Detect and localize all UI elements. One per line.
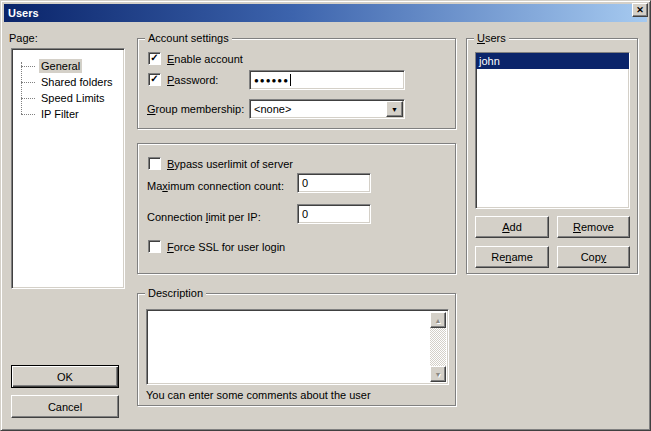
label-part: A bbox=[502, 221, 509, 233]
checkmark-icon: ✓ bbox=[150, 74, 158, 84]
label-part: ame bbox=[511, 251, 532, 263]
label-part: Ma bbox=[147, 180, 162, 192]
dropdown-button[interactable]: ▼ bbox=[386, 101, 403, 117]
label-part: assword: bbox=[174, 74, 218, 86]
scroll-down-button[interactable]: ▼ bbox=[430, 366, 446, 382]
ok-button-label: OK bbox=[57, 371, 73, 383]
label-part: ypass userlimit of server bbox=[174, 158, 293, 170]
label-part: Account settings bbox=[148, 32, 229, 44]
tree-connector-stub bbox=[21, 114, 35, 115]
connection-limit-per-ip-label: Connection limit per IP: bbox=[147, 211, 261, 223]
label-part: Description bbox=[148, 287, 203, 299]
description-hint: You can enter some comments about the us… bbox=[146, 389, 371, 401]
bypass-userlimit-checkbox[interactable] bbox=[148, 157, 161, 170]
label-part: U bbox=[477, 32, 485, 44]
group-membership-select[interactable]: <none> ▼ bbox=[249, 99, 405, 119]
tree-item-general[interactable]: General bbox=[12, 58, 124, 74]
label-part: nable account bbox=[174, 53, 243, 65]
tree-item-label: Shared folders bbox=[39, 75, 115, 89]
account-settings-group-label: Account settings bbox=[145, 32, 232, 45]
bypass-userlimit-label: Bypass userlimit of server bbox=[167, 158, 293, 170]
user-list-item[interactable]: john bbox=[476, 53, 629, 69]
users-group: Users john Add Remove Rename Copy bbox=[466, 38, 638, 274]
checkmark-icon: ✓ bbox=[150, 53, 158, 63]
label-part: Re bbox=[491, 251, 505, 263]
password-input[interactable]: ●●●●●● bbox=[249, 70, 405, 90]
add-user-button-label: Add bbox=[502, 221, 522, 233]
label-part: dd bbox=[510, 221, 522, 233]
close-icon: ✕ bbox=[636, 6, 644, 15]
label-part: imum connection count: bbox=[168, 180, 284, 192]
label-part: Cop bbox=[581, 251, 601, 263]
copy-user-button-label: Copy bbox=[581, 251, 607, 263]
description-scrollbar[interactable]: ▲ ▼ bbox=[430, 312, 446, 382]
arrow-down-icon: ▼ bbox=[435, 371, 442, 378]
user-name: john bbox=[479, 55, 500, 67]
label-part: Connection bbox=[147, 211, 206, 223]
label-part: F bbox=[167, 241, 174, 253]
page-label: Page: bbox=[9, 32, 38, 44]
cancel-button-label: Cancel bbox=[48, 401, 82, 413]
group-membership-value: <none> bbox=[254, 100, 291, 118]
label-part: emove bbox=[581, 221, 614, 233]
tree-item-shared-folders[interactable]: Shared folders bbox=[12, 74, 124, 90]
ok-button[interactable]: OK bbox=[11, 365, 119, 388]
tree-item-label: General bbox=[39, 59, 82, 73]
max-connection-count-input[interactable]: 0 bbox=[297, 173, 371, 193]
tree-item-label: Speed Limits bbox=[39, 91, 107, 105]
max-connection-count-value: 0 bbox=[302, 177, 308, 189]
tree-item-ip-filter[interactable]: IP Filter bbox=[12, 106, 124, 122]
users-listbox[interactable]: john bbox=[475, 52, 630, 209]
password-checkbox[interactable]: ✓ bbox=[148, 73, 161, 86]
description-group-label: Description bbox=[145, 287, 206, 300]
connection-limit-per-ip-input[interactable]: 0 bbox=[297, 204, 371, 224]
page-tree[interactable]: General Shared folders Speed Limits IP F… bbox=[11, 48, 125, 289]
tree-connector-stub bbox=[21, 98, 35, 99]
password-label: Password: bbox=[167, 74, 218, 86]
scroll-up-button[interactable]: ▲ bbox=[430, 312, 446, 328]
bypass-userlimit-row: Bypass userlimit of server bbox=[148, 157, 293, 170]
limits-group: Bypass userlimit of server Maximum conne… bbox=[137, 143, 456, 274]
rename-user-button-label: Rename bbox=[491, 251, 533, 263]
titlebar[interactable]: Users bbox=[4, 4, 647, 22]
label-part: sers bbox=[485, 32, 506, 44]
force-ssl-label: Force SSL for user login bbox=[167, 241, 285, 253]
description-textarea[interactable]: ▲ ▼ bbox=[146, 309, 449, 385]
tree-item-label: IP Filter bbox=[39, 107, 81, 121]
users-group-label: Users bbox=[474, 32, 509, 45]
users-dialog: Users ✕ Page: General Shared folders Spe… bbox=[0, 0, 651, 431]
force-ssl-row: Force SSL for user login bbox=[148, 240, 285, 253]
arrow-up-icon: ▲ bbox=[435, 317, 442, 324]
label-part: R bbox=[573, 221, 581, 233]
account-settings-group: Account settings ✓ Enable account ✓ Pass… bbox=[137, 38, 456, 129]
add-user-button[interactable]: Add bbox=[475, 216, 549, 238]
label-part: G bbox=[147, 103, 156, 115]
remove-user-button-label: Remove bbox=[573, 221, 614, 233]
text-caret bbox=[290, 74, 291, 86]
remove-user-button[interactable]: Remove bbox=[557, 216, 630, 238]
window-title: Users bbox=[8, 7, 39, 19]
password-value: ●●●●●● bbox=[254, 76, 289, 85]
description-group: Description ▲ ▼ You can enter some comme… bbox=[137, 293, 456, 406]
max-connection-count-label: Maximum connection count: bbox=[147, 180, 284, 192]
tree-connector-stub bbox=[21, 66, 35, 67]
group-membership-label: Group membership: bbox=[147, 103, 244, 115]
label-part: y bbox=[601, 251, 607, 263]
label-part: roup membership: bbox=[156, 103, 245, 115]
tree-connector-stub bbox=[21, 82, 35, 83]
enable-account-checkbox[interactable]: ✓ bbox=[148, 52, 161, 65]
connection-limit-per-ip-value: 0 bbox=[302, 208, 308, 220]
chevron-down-icon: ▼ bbox=[391, 106, 398, 113]
rename-user-button[interactable]: Rename bbox=[475, 246, 549, 268]
enable-account-row: ✓ Enable account bbox=[148, 52, 243, 65]
label-part: imit per IP: bbox=[208, 211, 261, 223]
tree-item-speed-limits[interactable]: Speed Limits bbox=[12, 90, 124, 106]
enable-account-label: Enable account bbox=[167, 53, 243, 65]
close-button[interactable]: ✕ bbox=[632, 3, 648, 17]
copy-user-button[interactable]: Copy bbox=[557, 246, 630, 268]
force-ssl-checkbox[interactable] bbox=[148, 240, 161, 253]
password-row: ✓ Password: bbox=[148, 73, 218, 86]
label-part: orce SSL for user login bbox=[174, 241, 285, 253]
cancel-button[interactable]: Cancel bbox=[11, 395, 119, 418]
